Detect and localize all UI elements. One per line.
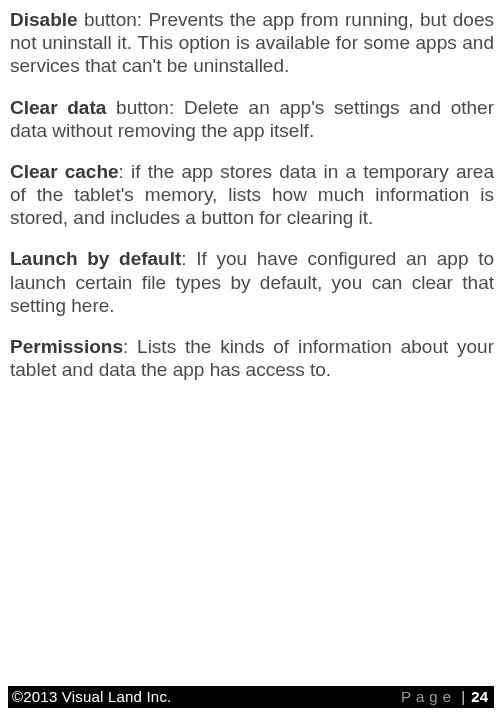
- copyright-text: ©2013 Visual Land Inc.: [12, 688, 171, 705]
- page-separator: |: [461, 688, 465, 705]
- page-label: Page: [401, 688, 456, 705]
- section-lead: Clear cache: [10, 161, 119, 182]
- page-indicator: Page | 24: [401, 688, 488, 705]
- page-number: 24: [471, 688, 488, 705]
- section-clear-data: Clear data button: Delete an app's setti…: [10, 96, 494, 142]
- section-permissions: Permissions: Lists the kinds of informat…: [10, 335, 494, 381]
- section-lead: Clear data: [10, 97, 106, 118]
- body-text: Disable button: Prevents the app from ru…: [0, 0, 502, 381]
- section-lead: Permissions: [10, 336, 123, 357]
- section-lead: Launch by default: [10, 248, 181, 269]
- page-footer: ©2013 Visual Land Inc. Page | 24: [8, 686, 494, 708]
- section-lead: Disable: [10, 9, 78, 30]
- section-launch-default: Launch by default: If you have configure…: [10, 247, 494, 317]
- document-page: Disable button: Prevents the app from ru…: [0, 0, 502, 716]
- section-disable: Disable button: Prevents the app from ru…: [10, 8, 494, 78]
- section-clear-cache: Clear cache: if the app stores data in a…: [10, 160, 494, 230]
- section-rest: button: Prevents the app from running, b…: [10, 9, 494, 76]
